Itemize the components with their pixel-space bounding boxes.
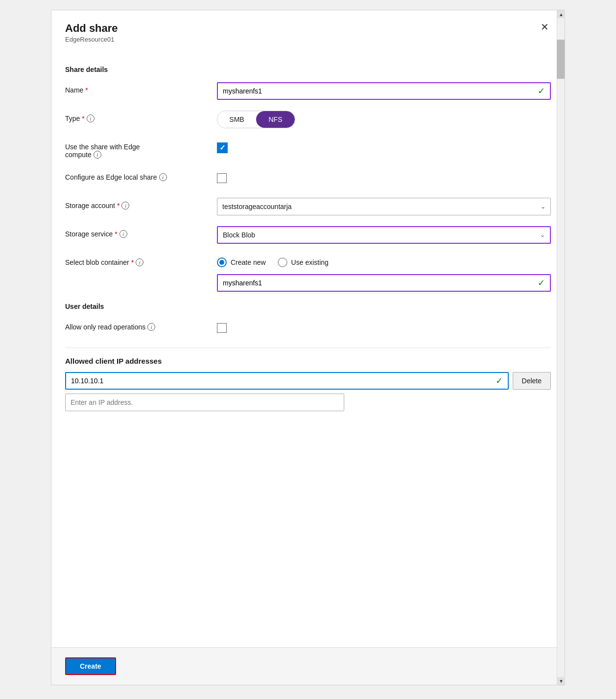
type-row: Type * i SMB NFS (65, 111, 551, 128)
radio-use-existing[interactable]: Use existing (278, 257, 329, 267)
blob-container-control: Create new Use existing ✓ (217, 255, 551, 292)
edge-local-row: Configure as Edge local share i (65, 169, 551, 187)
close-button[interactable]: ✕ (539, 22, 551, 32)
create-button[interactable]: Create (65, 657, 116, 675)
edge-local-info-icon[interactable]: i (159, 173, 167, 181)
radio-use-existing-label: Use existing (291, 258, 329, 266)
storage-service-required-star: * (115, 230, 117, 238)
ip-placeholder-input[interactable] (65, 394, 344, 411)
name-label: Name * (65, 82, 217, 94)
blob-container-row: Select blob container * i Create new Use… (65, 255, 551, 292)
name-input-wrapper[interactable]: ✓ (217, 82, 551, 100)
scrollbar-thumb[interactable] (557, 40, 565, 79)
user-details-label: User details (65, 303, 551, 310)
name-check-icon: ✓ (538, 86, 545, 96)
blob-required-star: * (131, 258, 134, 266)
scrollbar-track[interactable]: ▲ ▼ (557, 10, 565, 685)
panel-footer: Create (51, 647, 565, 685)
edge-compute-checkbox[interactable]: ✓ (217, 142, 228, 153)
scrollbar-down[interactable]: ▼ (557, 677, 565, 685)
edge-compute-info-icon[interactable]: i (94, 151, 101, 159)
ip-placeholder-row (65, 394, 551, 411)
type-control: SMB NFS (217, 111, 551, 128)
edge-compute-check-icon: ✓ (219, 143, 226, 152)
radio-create-new[interactable]: Create new (217, 257, 266, 267)
edge-compute-label: Use the share with Edge compute i (65, 139, 217, 159)
name-input[interactable] (223, 87, 538, 95)
panel-title-group: Add share EdgeResource01 (65, 22, 118, 43)
add-share-panel: ▲ ▼ Add share EdgeResource01 ✕ Share det… (51, 10, 565, 685)
storage-service-chevron: ⌄ (540, 232, 545, 238)
type-toggle[interactable]: SMB NFS (217, 111, 295, 128)
radio-create-new-label: Create new (231, 258, 266, 266)
name-row: Name * ✓ (65, 82, 551, 100)
edge-local-checkbox-wrapper (217, 169, 551, 187)
name-required-star: * (85, 86, 88, 94)
edge-compute-row: Use the share with Edge compute i ✓ (65, 139, 551, 159)
storage-account-dropdown[interactable]: teststorageaccountarja ⌄ (217, 198, 551, 215)
radio-use-existing-outer[interactable] (278, 257, 287, 267)
storage-account-control: teststorageaccountarja ⌄ (217, 198, 551, 215)
storage-account-chevron: ⌄ (541, 203, 545, 210)
allow-read-info-icon[interactable]: i (147, 323, 155, 331)
storage-account-info-icon[interactable]: i (121, 202, 129, 210)
storage-account-required-star: * (117, 202, 119, 210)
ip-row-existing: ✓ Delete (65, 372, 551, 390)
ip-input-box[interactable]: ✓ (65, 372, 509, 390)
edge-local-label: Configure as Edge local share i (65, 169, 217, 181)
storage-service-dropdown[interactable]: Block Blob ⌄ (217, 226, 551, 244)
edge-local-checkbox[interactable] (217, 173, 227, 183)
divider (65, 348, 551, 348)
panel-subtitle: EdgeResource01 (65, 36, 118, 43)
storage-account-row: Storage account * i teststorageaccountar… (65, 198, 551, 215)
storage-service-control: Block Blob ⌄ (217, 226, 551, 244)
share-details-label: Share details (65, 66, 551, 73)
container-name-input-wrapper[interactable]: ✓ (217, 274, 551, 292)
blob-container-label: Select blob container * i (65, 255, 217, 266)
panel-title: Add share (65, 22, 118, 35)
allow-read-row: Allow only read operations i (65, 319, 551, 337)
type-required-star: * (82, 115, 84, 122)
edge-compute-control: ✓ (217, 139, 551, 157)
container-name-check-icon: ✓ (538, 278, 545, 288)
panel-header: Add share EdgeResource01 ✕ (51, 10, 565, 51)
storage-service-info-icon[interactable]: i (119, 230, 127, 238)
ip-check-icon: ✓ (496, 375, 503, 386)
allow-read-label: Allow only read operations i (65, 319, 217, 331)
ip-section: Allowed client IP addresses ✓ Delete (65, 357, 551, 411)
allow-read-checkbox-wrapper (217, 319, 551, 337)
toggle-nfs[interactable]: NFS (256, 111, 295, 128)
name-control: ✓ (217, 82, 551, 100)
blob-info-icon[interactable]: i (136, 258, 143, 266)
edge-local-control (217, 169, 551, 187)
container-name-input[interactable] (223, 279, 538, 287)
container-name-row: ✓ (217, 274, 551, 292)
type-info-icon[interactable]: i (87, 115, 95, 122)
blob-radio-group: Create new Use existing (217, 255, 551, 267)
panel-body: Share details Name * ✓ Type * i (51, 51, 565, 647)
edge-compute-checkbox-wrapper: ✓ (217, 139, 551, 157)
delete-ip-button[interactable]: Delete (513, 372, 551, 390)
type-label: Type * i (65, 111, 217, 122)
ip-input[interactable] (71, 377, 496, 385)
radio-create-new-outer[interactable] (217, 257, 227, 267)
allow-read-checkbox[interactable] (217, 323, 227, 333)
storage-service-row: Storage service * i Block Blob ⌄ (65, 226, 551, 244)
allow-read-control (217, 319, 551, 337)
storage-service-label: Storage service * i (65, 226, 217, 238)
ip-section-label: Allowed client IP addresses (65, 357, 551, 365)
storage-account-label: Storage account * i (65, 198, 217, 210)
scrollbar-up[interactable]: ▲ (557, 10, 565, 18)
toggle-smb[interactable]: SMB (217, 111, 256, 128)
radio-create-new-inner (219, 260, 224, 265)
